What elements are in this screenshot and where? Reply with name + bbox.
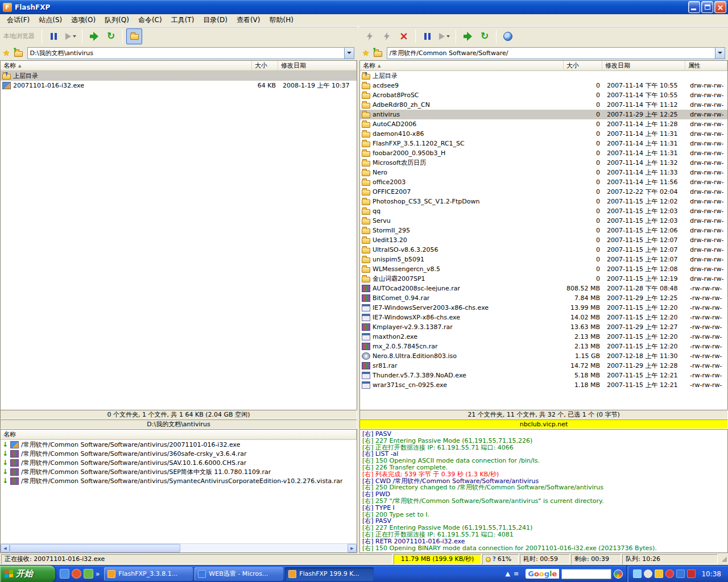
column-header[interactable]: 名称▲ (360, 61, 564, 71)
column-header[interactable]: 大小 (564, 61, 602, 71)
local-path-input[interactable] (28, 48, 344, 58)
parent-folder-button[interactable]: ↑ (13, 48, 25, 58)
file-row[interactable]: Thunder.v5.7.3.389.NoAD.exe5.18 MB2007-1… (360, 371, 727, 380)
pause-transfer-button[interactable] (46, 28, 61, 44)
site-manager-button[interactable] (500, 28, 516, 44)
bookmark-star-icon[interactable]: ★ (362, 49, 370, 57)
start-transfer-button[interactable] (63, 28, 78, 44)
file-row[interactable]: acdsee902007-11-14 下午 10:55drw-rw-rw- (360, 81, 727, 90)
file-row[interactable]: Photoshop_CS3_SC_V1.2-FtpDown02007-11-15… (360, 197, 727, 206)
menu-item-1[interactable]: 会话(F) (2, 14, 34, 27)
file-row[interactable]: wrar371sc_cn-0925.exe1.18 MB2007-11-15 上… (360, 380, 727, 390)
column-header[interactable]: 名称 (1, 430, 357, 440)
quick-launch-overflow-chevron[interactable]: » (96, 570, 102, 578)
tray-icon-3[interactable] (655, 569, 663, 578)
tray-icon-2[interactable] (644, 569, 652, 578)
file-row[interactable]: OFFICE200702007-12-22 下午 02:04drw-rw-rw- (360, 187, 727, 197)
remote-path-input[interactable] (387, 48, 715, 58)
file-row[interactable]: 金山词霸2007SP102007-11-15 上午 12:19drw-rw-rw… (360, 274, 727, 284)
refresh-button[interactable]: ↻ (103, 28, 119, 44)
queue-item[interactable]: ↓/常用软件/Common Software/Software/antiviru… (1, 467, 357, 476)
file-row[interactable]: maxthon2.exe2.13 MB2007-11-15 上午 12:20-r… (360, 332, 727, 342)
file-row[interactable]: antivirus02007-11-29 上午 12:25drw-rw-rw- (360, 110, 727, 119)
file-row[interactable]: IE7-WindowsXP-x86-chs.exe14.02 MB2007-11… (360, 313, 727, 322)
column-header[interactable]: 大小 (252, 61, 278, 71)
local-path-dropdown-button[interactable] (344, 48, 354, 59)
column-header[interactable]: 修改日期 (278, 61, 357, 71)
resize-grip[interactable]: ◢ (719, 554, 727, 564)
quick-launch-icon-2[interactable] (72, 569, 81, 579)
scrollbar-thumb[interactable] (10, 544, 180, 552)
scroll-right-button[interactable]: ▶ (348, 544, 357, 552)
file-row[interactable]: IE7-WindowsServer2003-x86-chs.exe13.99 M… (360, 303, 727, 313)
menu-item-2[interactable]: 站点(S) (34, 14, 67, 27)
file-row[interactable]: daemon410-x8602007-11-14 上午 11:31drw-rw-… (360, 129, 727, 139)
file-row[interactable]: Nero02007-11-14 上午 11:33drw-rw-rw- (360, 168, 727, 177)
taskbar-task-2[interactable]: WEB迅雷 - Micros... (195, 567, 283, 581)
taskbar-task-1[interactable]: FlashFXP_3.3.8.1... (104, 567, 193, 581)
file-row[interactable]: 上层目录 (360, 71, 727, 81)
start-transfer-button[interactable] (436, 28, 452, 44)
file-row[interactable]: qq02007-11-15 上午 12:03drw-rw-rw- (360, 206, 727, 216)
file-row[interactable]: Microsoft农历日历02007-11-14 上午 11:32drw-rw-… (360, 158, 727, 168)
file-row[interactable]: foobar2000_0.950b3_H02007-11-14 上午 11:31… (360, 148, 727, 158)
file-row[interactable]: unispim5_b509102007-11-15 上午 12:07drw-rw… (360, 255, 727, 264)
tray-icon-5[interactable] (676, 569, 685, 578)
column-header[interactable]: 修改日期 (602, 61, 685, 71)
file-row[interactable]: UltraISO-v8.6.3.205602007-11-15 上午 12:07… (360, 245, 727, 255)
column-header[interactable]: 名称▲ (1, 61, 252, 71)
file-row[interactable]: Uedit13.2002007-11-15 上午 12:07drw-rw-rw- (360, 235, 727, 245)
file-row[interactable]: StormII_29502007-11-15 上午 12:06drw-rw-rw… (360, 226, 727, 235)
file-row[interactable]: WLMessengercn_v8.502007-11-15 上午 12:08dr… (360, 264, 727, 274)
file-row[interactable]: FlashFXP_3.5.1.1202_RC1_SC02007-11-14 上午… (360, 139, 727, 148)
parent-folder-button[interactable]: ↑ (372, 48, 384, 58)
google-search-input[interactable] (561, 569, 611, 579)
menu-item-9[interactable]: 帮助(H) (265, 14, 298, 27)
connect-button[interactable] (362, 28, 378, 44)
transfer-queue-button[interactable] (460, 28, 475, 44)
menu-item-8[interactable]: 查看(V) (232, 14, 265, 27)
deskband-menu-icon[interactable]: ≡ (514, 570, 519, 577)
bookmark-star-icon[interactable]: ★ (3, 49, 10, 57)
menu-item-4[interactable]: 队列(Q) (100, 14, 134, 27)
refresh-button[interactable]: ↻ (477, 28, 493, 44)
file-row[interactable]: mx_2.0.5.7845cn.rar2.13 MB2007-11-15 上午 … (360, 342, 727, 351)
reconnect-button[interactable] (379, 28, 395, 44)
queue-horizontal-scrollbar[interactable]: ◀ ▶ (1, 543, 357, 552)
queue-item[interactable]: ↓/常用软件/Common Software/Software/antiviru… (1, 449, 357, 458)
menu-item-6[interactable]: 工具(T) (167, 14, 199, 27)
queue-item[interactable]: ↓/常用软件/Common Software/Software/antiviru… (1, 458, 357, 467)
file-row[interactable]: AUTOcad2008sc-leejune.rar808.52 MB2007-1… (360, 284, 727, 293)
tray-icon-6[interactable] (687, 569, 696, 578)
file-row[interactable]: sr81.rar14.72 MB2007-11-29 上午 12:28-rw-r… (360, 361, 727, 371)
file-row[interactable]: AdbeRdr80_zh_CN02007-11-14 下午 11:12drw-r… (360, 100, 727, 110)
deskband-up-icon[interactable]: ▲ (506, 570, 510, 577)
transfer-queue-button[interactable] (86, 28, 102, 44)
minimize-button[interactable] (688, 1, 700, 13)
scrollbar-track[interactable] (180, 544, 348, 552)
disconnect-button[interactable]: × (396, 28, 412, 44)
quick-launch-icon-3[interactable] (84, 569, 93, 579)
queue-item[interactable]: ↓/常用软件/Common Software/Software/antiviru… (1, 476, 357, 485)
maximize-button[interactable] (701, 1, 713, 13)
queue-item[interactable]: ↓/常用软件/Common Software/Software/antiviru… (1, 440, 357, 449)
file-row[interactable]: BitComet_0.94.rar7.84 MB2007-11-29 上午 12… (360, 293, 727, 303)
column-header[interactable]: 属性 (685, 61, 727, 71)
menu-item-5[interactable]: 命令(C) (134, 14, 167, 27)
tray-icon-4[interactable] (665, 569, 674, 578)
menu-item-7[interactable]: 目录(D) (198, 14, 232, 27)
scroll-left-button[interactable]: ◀ (1, 544, 10, 552)
close-button[interactable]: × (714, 1, 726, 13)
quick-launch-icon-1[interactable] (60, 569, 69, 579)
menu-item-3[interactable]: 选项(O) (67, 14, 100, 27)
file-row[interactable]: Servu02007-11-15 上午 12:03drw-rw-rw- (360, 216, 727, 226)
pause-transfer-button[interactable] (419, 28, 435, 44)
file-row[interactable]: 上层目录 (1, 71, 357, 81)
remote-path-dropdown-button[interactable] (715, 48, 725, 59)
start-button[interactable]: 开始 (0, 566, 55, 582)
file-row[interactable]: AutoCAD200602007-11-14 上午 11:28drw-rw-rw… (360, 119, 727, 129)
file-row[interactable]: Acrobat8ProSC02007-11-14 下午 10:55drw-rw-… (360, 90, 727, 100)
taskbar-task-3[interactable]: FlashFXP 199.9 K... (285, 567, 374, 581)
browser-view-toggle-button[interactable] (126, 28, 142, 44)
google-ball-icon[interactable] (614, 569, 623, 579)
